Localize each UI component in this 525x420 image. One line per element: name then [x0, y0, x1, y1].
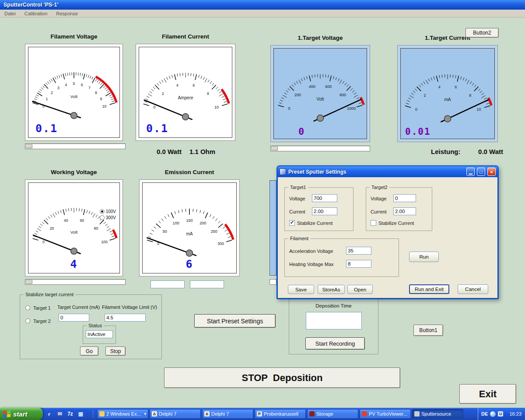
- svg-text:40: 40: [64, 218, 68, 223]
- t1-voltage-input[interactable]: 700: [312, 194, 337, 202]
- leistung-value: 0.0 Watt: [478, 148, 503, 157]
- cancel-button[interactable]: Cancel: [458, 284, 488, 294]
- emission-current-title: Emission Current: [140, 169, 239, 175]
- windows-logo-icon: [3, 410, 10, 418]
- task-label: Probenkarussell: [264, 411, 298, 416]
- quick-launch-bar: e✉7z▦: [46, 408, 84, 420]
- filament-power-readout: 0.0 Watt 1.1 Ohm: [136, 148, 236, 157]
- t1-stabilize-checkbox[interactable]: [289, 220, 295, 226]
- minimize-icon[interactable]: ▁: [466, 168, 475, 176]
- button2[interactable]: Button2: [466, 28, 499, 38]
- svg-text:400: 400: [309, 84, 315, 89]
- run-and-exit-button[interactable]: Run and Exit: [409, 284, 449, 294]
- taskbar-task-7[interactable]: Sputtersource: [412, 409, 463, 419]
- radio-label: 100V: [106, 209, 116, 214]
- start-button[interactable]: start: [0, 408, 43, 420]
- target-voltage-slider[interactable]: [270, 146, 370, 151]
- accel-voltage-input[interactable]: 35: [346, 247, 371, 255]
- target-voltage-scale: 02004006008001000Volt: [274, 49, 367, 127]
- task-label: Sputtersource: [421, 411, 451, 416]
- svg-text:0: 0: [288, 106, 290, 111]
- show-desktop-icon[interactable]: ▦: [77, 410, 84, 418]
- menu-calibration[interactable]: Calibration: [24, 11, 48, 16]
- emission-field-1[interactable]: [150, 280, 185, 288]
- radio-100V[interactable]: 100V: [100, 209, 116, 214]
- meter-unit-label: Ampere: [178, 95, 193, 100]
- hidden-slider-sliver: [270, 279, 276, 285]
- meter-unit-label: mA: [186, 231, 192, 236]
- taskbar-task-4[interactable]: PProbenkarussell: [255, 409, 306, 419]
- red-zone-arc: [360, 98, 364, 105]
- heating-voltage-label: Heating Voltage Max: [289, 262, 334, 267]
- svg-text:3: 3: [57, 86, 60, 90]
- t1-current-input[interactable]: 2.00: [312, 207, 337, 215]
- status-field: InActive: [86, 330, 113, 338]
- run-button[interactable]: Run: [409, 252, 439, 262]
- t1-current-label: Current: [289, 209, 305, 214]
- stop-deposition-button[interactable]: STOP Deposition: [164, 368, 400, 388]
- target2-radio[interactable]: [25, 318, 30, 323]
- emission-field-2[interactable]: [190, 280, 224, 288]
- t2-stabilize-checkbox[interactable]: [371, 220, 376, 226]
- close-icon[interactable]: ×: [487, 168, 496, 176]
- tray-icon-2[interactable]: U: [498, 411, 503, 416]
- dialog-titlebar[interactable]: Preset Sputter Settings ▁ □ ×: [277, 166, 498, 177]
- sevenzip-icon[interactable]: 7z: [66, 410, 74, 418]
- t2-current-input[interactable]: 2.00: [393, 207, 416, 215]
- task-label: Delphi 7: [159, 411, 176, 416]
- dialog-client: Target1 Voltage 700 Current 2.00 Stabili…: [278, 177, 497, 298]
- mail-icon[interactable]: ✉: [56, 410, 63, 418]
- t1-stabilize-label: Stabilize Current: [297, 220, 332, 226]
- save-button[interactable]: Save: [288, 285, 314, 294]
- ie-icon[interactable]: e: [46, 410, 53, 418]
- filament-voltage-slider[interactable]: [25, 144, 126, 149]
- menu-datei[interactable]: Datei: [4, 11, 16, 16]
- working-voltage-slider[interactable]: [25, 279, 126, 285]
- tray-icon-1[interactable]: [490, 411, 496, 417]
- svg-text:0: 0: [415, 107, 417, 112]
- taskbar-task-3[interactable]: ΔDelphi 7: [202, 409, 253, 419]
- target-current-input[interactable]: 0: [59, 314, 89, 322]
- filament-limit-input[interactable]: 4.5: [105, 314, 146, 322]
- titlebar[interactable]: SputterControl 'PS-1': [0, 0, 525, 10]
- maximize-icon[interactable]: □: [477, 168, 485, 176]
- taskbar-task-5[interactable]: Storage: [307, 409, 358, 419]
- store-as-button[interactable]: StoreAs: [318, 285, 345, 294]
- stop-button[interactable]: Stop: [105, 346, 126, 356]
- emission-current-digital-readout: 6: [143, 258, 236, 270]
- taskbar-task-1[interactable]: 2 Windows Ex...▾: [97, 409, 148, 419]
- heating-voltage-input[interactable]: 8: [346, 260, 371, 268]
- pv-icon: [362, 411, 367, 416]
- voltage-range-radios: 100V300V: [100, 209, 116, 220]
- leistung-label: Leistung:: [431, 148, 461, 157]
- menu-response[interactable]: Response: [56, 11, 78, 16]
- svg-text:10: 10: [477, 107, 481, 112]
- filament-current-title: Filament Current: [136, 33, 235, 40]
- target1-radio[interactable]: [25, 305, 30, 310]
- target-current-scale: 0246810mA: [401, 49, 494, 128]
- open-button[interactable]: Open: [347, 285, 373, 294]
- taskbar-task-6[interactable]: PV TurboViewer...: [360, 409, 411, 419]
- exit-button[interactable]: Exit: [459, 384, 516, 404]
- target2-group-title: Target2: [370, 185, 389, 190]
- go-button[interactable]: Go: [80, 346, 98, 356]
- start-recording-button[interactable]: Start Recording: [305, 337, 365, 350]
- deposition-time-input[interactable]: [306, 312, 362, 329]
- target-voltage-digital-readout: 0: [298, 126, 305, 137]
- preset-sputter-settings-dialog: Preset Sputter Settings ▁ □ × Target1 Vo…: [276, 165, 499, 299]
- radio-300V[interactable]: 300V: [100, 215, 116, 220]
- svg-text:6: 6: [192, 83, 195, 88]
- svg-text:1000: 1000: [347, 106, 356, 111]
- svg-text:9: 9: [100, 97, 102, 101]
- t2-voltage-input[interactable]: 0: [393, 194, 416, 202]
- taskbar-task-2[interactable]: ΔDelphi 7: [150, 409, 201, 419]
- language-indicator[interactable]: DE: [481, 411, 488, 416]
- button1[interactable]: Button1: [413, 325, 443, 336]
- red-zone-arc: [113, 230, 116, 238]
- dialog-title: Preset Sputter Settings: [288, 169, 464, 175]
- delphi-icon: Δ: [204, 411, 210, 416]
- target-current-meter: 0246810mA0.011.Target Current: [397, 45, 498, 142]
- start-preset-settings-button[interactable]: Start Preset Settings: [194, 314, 276, 328]
- target2-radio-label: Target 2: [33, 318, 51, 324]
- filament-current-face: 0246810Ampere0.1: [139, 47, 232, 138]
